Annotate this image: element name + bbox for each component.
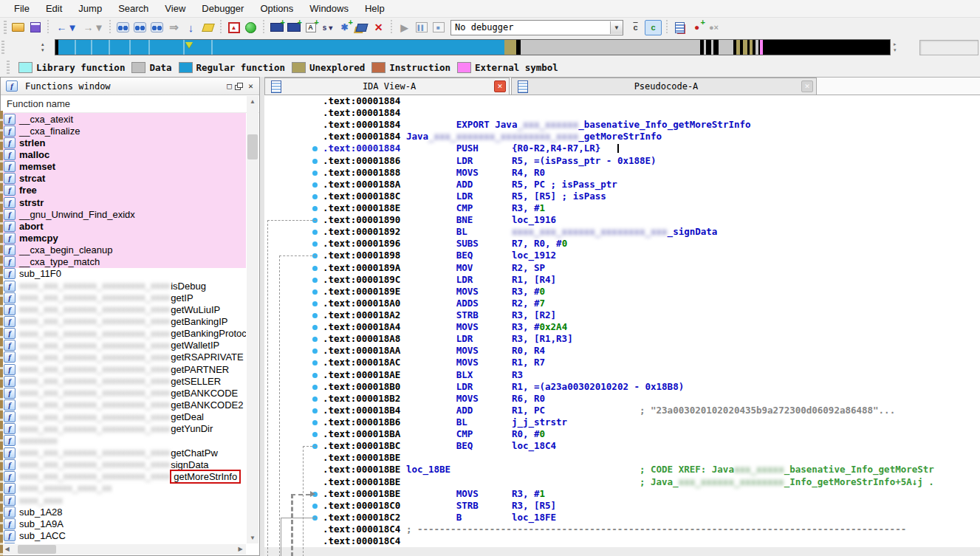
disassembly-line[interactable]: .text:00001890 BNE loc_1916 — [264, 214, 980, 226]
function-row[interactable]: xxxx_xxx_xxxxxxx_xxxxxxxxx_xxxxgetChatPw — [1, 447, 246, 459]
menu-item-view[interactable]: View — [157, 1, 193, 16]
function-row[interactable]: xxxx_xxx_xxxxxxx_xxxxxxxxx_xxxxgetDeal — [1, 411, 246, 423]
make-string-icon[interactable] — [320, 21, 335, 35]
search-immediate-icon[interactable] — [149, 21, 165, 35]
nav-forward-icon[interactable] — [80, 21, 105, 35]
restore-icon[interactable] — [235, 83, 243, 90]
nav-band-segment[interactable] — [58, 40, 75, 55]
edit-function-icon[interactable] — [354, 21, 369, 35]
tab-ida-view-a[interactable]: IDA View-A ✕ — [264, 78, 510, 95]
disassembly-line[interactable]: .text:0000189E MOVS R3, #0 — [264, 286, 980, 298]
scrollbar-thumb[interactable] — [18, 545, 56, 554]
nav-band-segment[interactable] — [213, 40, 504, 55]
function-row[interactable]: xxxx_xxx_xxxxxxx_xxxxxxxxx_xxxxgetPARTNE… — [1, 363, 246, 375]
function-row[interactable]: sub_11F0 — [1, 268, 246, 280]
function-row[interactable]: xxxx_xxx_xxxxxxx_xxxxxxxxx_xxxxgetYunDir — [1, 423, 246, 435]
disassembly-line[interactable]: .text:000018C4 — [264, 535, 980, 547]
function-row[interactable]: strlen — [1, 137, 246, 148]
highlight-icon[interactable] — [200, 21, 216, 35]
function-row[interactable]: xxxx_xxx_xxxxxxx_xxxxxxxxx_xxxxisDebug — [1, 280, 246, 292]
function-row[interactable]: xxxx_xxxxxx_xxxx_xx — [1, 482, 246, 494]
disassembly-line[interactable]: .text:0000188A ADD R5, PC ; isPass_ptr — [264, 179, 980, 191]
disassembly-line[interactable]: .text:00001888 MOVS R4, R0 — [264, 167, 980, 179]
menu-item-debugger[interactable]: Debugger — [193, 1, 252, 16]
menu-item-jump[interactable]: Jump — [70, 1, 110, 16]
scroll-down-icon[interactable]: ▼ — [247, 532, 258, 543]
function-row[interactable]: xxxx_xxx_xxxxxxx_xxxxxxxxx_xxxxgetBankin… — [1, 328, 246, 340]
disassembly-line[interactable]: .text:000018A0 ADDS R2, #7 — [264, 298, 980, 309]
scrollbar-thumb[interactable] — [247, 134, 258, 159]
disassembly-line[interactable]: .text:000018B4 ADD R1, PC ; "23a00302010… — [264, 405, 980, 416]
nav-band-segment[interactable] — [713, 40, 719, 55]
navigation-band[interactable] — [55, 40, 890, 55]
menu-item-help[interactable]: Help — [357, 1, 393, 16]
disassembly-line[interactable]: .text:000018BE — [264, 452, 980, 464]
open-file-icon[interactable] — [10, 21, 26, 35]
disassembly-line[interactable]: .text:0000188C LDR R5, [R5] ; isPass — [264, 191, 980, 202]
function-row[interactable]: sub_1B6C — [1, 542, 246, 543]
function-row[interactable]: xxxx_xxx_xxxxxxx_xxxxxxxxx_xxxxgetRSAPRI… — [1, 351, 246, 363]
function-row[interactable]: memcpy — [1, 232, 246, 244]
function-name-column-header[interactable]: Function name — [1, 95, 259, 113]
jump-address-icon[interactable] — [166, 21, 182, 35]
disassembly-line[interactable]: .text:000018C0 STRB R3, [R5] — [264, 500, 980, 512]
function-row[interactable]: strstr — [1, 196, 246, 208]
close-icon[interactable]: ✕ — [245, 81, 256, 91]
functions-window-titlebar[interactable]: Functions window □ ✕ — [1, 78, 259, 95]
undefine-icon[interactable] — [371, 21, 386, 35]
function-row[interactable]: xxxx_xxx_xxxxxxx_xxxxxxxxx_xxxxgetWallet… — [1, 340, 246, 351]
scroll-right-icon[interactable]: ▶ — [235, 544, 246, 555]
function-row[interactable]: memset — [1, 161, 246, 173]
jump-down-icon[interactable] — [183, 21, 199, 35]
disassembly-line[interactable]: .text:0000188E CMP R3, #1 — [264, 202, 980, 214]
function-row[interactable]: xxxx_xxx_xxxxxxx_xxxxxxxxx_xxxxgetIP — [1, 292, 246, 303]
run-analysis-icon[interactable] — [243, 21, 258, 35]
disassembly-line[interactable]: .text:000018C2 B loc_18FE — [264, 512, 980, 524]
disassembly-view[interactable]: .text:00001884.text:00001884.text:000018… — [264, 95, 980, 547]
nav-band-segment[interactable] — [76, 40, 91, 55]
search-text-icon[interactable] — [132, 21, 148, 35]
disassembly-line[interactable]: .text:000018BE MOVS R3, #1 — [264, 488, 980, 500]
disassembly-line[interactable]: .text:000018A2 STRB R3, [R2] — [264, 309, 980, 321]
function-row[interactable]: sub_1A9A — [1, 518, 246, 530]
disassembly-line[interactable]: .text:000018AE BLX R3 — [264, 369, 980, 381]
disassembly-line[interactable]: .text:000018B6 BL j_j_strstr — [264, 416, 980, 428]
tab-pseudocode-a[interactable]: Pseudocode-A ✕ — [511, 78, 817, 95]
disassembly-line[interactable]: .text:000018BE ; Java_xxx_xxxxxx_xxxxxxx… — [264, 476, 980, 488]
disassembly-line[interactable]: .text:000018AC MOVS R1, R7 — [264, 357, 980, 368]
disassembly-line[interactable]: .text:00001884 — [264, 107, 980, 119]
nav-band-segment[interactable] — [92, 40, 109, 55]
menu-item-search[interactable]: Search — [110, 1, 157, 16]
disassembly-line[interactable]: .text:000018BC BEQ loc_18C4 — [264, 440, 980, 452]
function-row[interactable]: xxxx_xxx_xxxxxxx_xxxxxxxxx_xxxxgetBankin… — [1, 315, 246, 327]
disassembly-line[interactable]: .text:000018A4 MOVS R3, #0x2A4 — [264, 321, 980, 333]
nav-band-segment[interactable] — [504, 40, 516, 55]
function-row[interactable]: abort — [1, 220, 246, 232]
breakpoint-delete-icon[interactable] — [706, 21, 722, 35]
menu-item-options[interactable]: Options — [252, 1, 301, 16]
function-row[interactable]: xxxx_xxxx — [1, 495, 246, 507]
function-row[interactable]: xxxxxxxx — [1, 435, 246, 447]
function-row[interactable]: __gnu_Unwind_Find_exidx — [1, 208, 246, 220]
disassembly-line[interactable]: .text:000018B0 LDR R1, =(a23a00302010202… — [264, 381, 980, 393]
scroll-up-icon[interactable]: ▲ — [247, 96, 258, 107]
disassembly-line[interactable]: .text:000018AA MOVS R0, R4 — [264, 345, 980, 357]
save-file-icon[interactable] — [27, 21, 43, 35]
open-calls-icon[interactable] — [672, 21, 688, 35]
disassembly-line[interactable]: .text:00001884 EXPORT Java_xxx_xxxxxx_ba… — [264, 119, 980, 131]
close-tab-icon[interactable]: ✕ — [801, 80, 813, 92]
disassembly-line[interactable]: .text:000018BE loc_18BE ; CODE XREF: Jav… — [264, 464, 980, 476]
function-row[interactable]: sub_1A28 — [1, 507, 246, 518]
debug-stop-icon[interactable] — [431, 21, 446, 35]
disassembly-line[interactable]: .text:00001898 BEQ loc_1912 — [264, 250, 980, 261]
disassembly-line[interactable]: .text:000018C4 ; -----------------------… — [264, 524, 980, 535]
disassembly-line[interactable]: .text:000018B2 MOVS R6, R0 — [264, 393, 980, 405]
function-row[interactable]: xxxx_xxx_xxxxxxx_xxxxxxxxx_xxxxsignData — [1, 459, 246, 470]
continue-process-icon[interactable] — [645, 20, 662, 35]
maximize-icon[interactable]: □ — [224, 81, 235, 91]
navband-zoom-controls[interactable]: ▴▾ — [41, 41, 44, 53]
disassembly-line[interactable]: .text:000018A8 LDR R3, [R1,R3] — [264, 333, 980, 345]
function-row[interactable]: free — [1, 185, 246, 196]
navband-scroll-arrows[interactable]: ▸▾ — [894, 41, 897, 53]
menu-item-file[interactable]: File — [6, 1, 38, 16]
